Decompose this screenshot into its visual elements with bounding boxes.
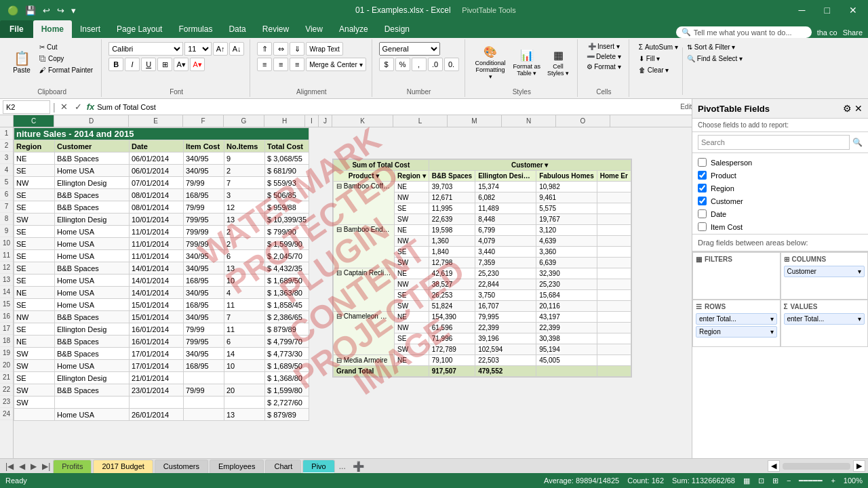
row-num-1[interactable]: 1 [0, 127, 13, 140]
tab-review[interactable]: Review [254, 20, 297, 38]
row-num-15[interactable]: 15 [0, 298, 13, 310]
region-col-header[interactable]: Region ▾ [395, 171, 429, 182]
pivot-field-customer[interactable]: Customer [698, 195, 863, 207]
delete-cells-btn[interactable]: ➖Delete ▾ [585, 52, 623, 61]
sheet-tab-chart[interactable]: Chart [265, 460, 301, 473]
tab-data[interactable]: Data [220, 20, 254, 38]
tab-home[interactable]: Home [33, 20, 72, 38]
merge-center-btn[interactable]: Merge & Center ▾ [306, 58, 366, 71]
col-header-l[interactable]: L [393, 115, 448, 127]
zoom-out-btn[interactable]: − [787, 476, 791, 485]
increase-font-btn[interactable]: A↑ [213, 42, 228, 56]
row-num-19[interactable]: 19 [0, 347, 13, 359]
row-num-16[interactable]: 16 [0, 310, 13, 323]
tab-pagelayout[interactable]: Page Layout [108, 20, 170, 38]
conditional-formatting-btn[interactable]: 🎨 ConditionalFormatting ▾ [472, 42, 509, 83]
row-num-18[interactable]: 18 [0, 335, 13, 347]
tab-view[interactable]: View [297, 20, 331, 38]
sheet-tab-pivo[interactable]: Pivo [302, 460, 334, 473]
cut-button[interactable]: ✂Cut [37, 42, 96, 52]
date-checkbox[interactable] [698, 209, 707, 218]
row-num-4[interactable]: 4 [0, 164, 13, 176]
zoom-slider[interactable]: ━━━━━ [799, 476, 823, 485]
font-name-select[interactable]: Calibri [108, 42, 183, 56]
pivot-columns-customer[interactable]: Customer ▾ [784, 266, 865, 277]
row-num-7[interactable]: 7 [0, 201, 13, 213]
percent-btn[interactable]: % [395, 58, 410, 71]
format-cells-btn[interactable]: ⚙Format ▾ [585, 62, 623, 71]
sheet-tab-employees[interactable]: Employees [210, 460, 264, 473]
redo-btn[interactable]: ↪ [55, 4, 66, 17]
align-bottom-btn[interactable]: ⇓ [290, 42, 304, 56]
row-num-6[interactable]: 6 [0, 188, 13, 201]
row-num-17[interactable]: 17 [0, 323, 13, 335]
dropdown-arrow-icon[interactable]: ▾ [770, 328, 774, 336]
title-cell[interactable]: niture Sales - 2014 and 2015 [14, 128, 309, 140]
decimal-up-btn[interactable]: .0 [428, 58, 443, 71]
row-num-2[interactable]: 2 [0, 140, 13, 152]
page-layout-btn[interactable]: ⊡ [758, 476, 764, 485]
col-header-c[interactable]: C [14, 115, 54, 127]
tab-formulas[interactable]: Formulas [170, 20, 220, 38]
fill-color-btn[interactable]: A▾ [174, 58, 189, 71]
col-header-n[interactable]: N [502, 115, 556, 127]
copy-button[interactable]: ⿻Copy [37, 54, 96, 64]
tab-analyze[interactable]: Analyze [331, 20, 376, 38]
region-checkbox[interactable] [698, 184, 707, 192]
row-num-21[interactable]: 21 [0, 371, 13, 384]
find-select-btn[interactable]: 🔍Find & Select ▾ [684, 54, 745, 64]
pivot-field-salesperson[interactable]: Salesperson [698, 156, 863, 169]
comma-btn[interactable]: , [412, 58, 427, 71]
product-checkbox[interactable] [698, 171, 707, 180]
confirm-formula-btn[interactable]: ✓ [73, 102, 84, 112]
align-middle-btn[interactable]: ⇔ [273, 42, 288, 56]
pivot-field-itemcost[interactable]: Item Cost [698, 220, 863, 233]
pivot-rows-item-2[interactable]: Region ▾ [696, 326, 777, 338]
sheet-tab-customers[interactable]: Customers [155, 460, 208, 473]
col-header-g[interactable]: G [224, 115, 264, 127]
col-header-h[interactable]: H [264, 115, 305, 127]
pivot-field-product[interactable]: Product [698, 169, 863, 182]
user-label[interactable]: tha co [817, 28, 837, 37]
minimize-btn[interactable]: ─ [793, 5, 811, 16]
dropdown-arrow-icon[interactable]: ▾ [858, 315, 861, 323]
row-num-20[interactable]: 20 [0, 359, 13, 371]
row-num-11[interactable]: 11 [0, 249, 13, 262]
autosum-btn[interactable]: ΣAutoSum ▾ [636, 42, 681, 52]
bold-btn[interactable]: B [108, 58, 123, 71]
font-size-select[interactable]: 11 [184, 42, 212, 56]
font-color-btn[interactable]: A▾ [190, 58, 205, 71]
tab-insert[interactable]: Insert [72, 20, 108, 38]
sheet-tab-profits[interactable]: Profits [53, 460, 92, 473]
sheet-tab-budget[interactable]: 2017 Budget [93, 460, 153, 473]
customer-checkbox[interactable] [698, 197, 707, 205]
pivot-field-region[interactable]: Region [698, 182, 863, 195]
cancel-formula-btn[interactable]: ✕ [58, 102, 70, 112]
paste-button[interactable]: 📋 Paste [8, 42, 35, 83]
row-num-9[interactable]: 9 [0, 225, 13, 237]
maximize-btn[interactable]: □ [819, 5, 835, 16]
itemcost-checkbox[interactable] [698, 222, 707, 231]
row-num-13[interactable]: 13 [0, 274, 13, 286]
col-header-k[interactable]: K [332, 115, 393, 127]
pivot-rows-item-1[interactable]: enter Total... ▾ [696, 313, 777, 325]
salesperson-checkbox[interactable] [698, 158, 707, 167]
close-btn[interactable]: ✕ [844, 5, 863, 16]
clear-btn[interactable]: 🗑Clear ▾ [636, 65, 681, 75]
row-num-10[interactable]: 10 [0, 237, 13, 249]
tab-design[interactable]: Design [376, 20, 418, 38]
col-header-o[interactable]: O [556, 115, 610, 127]
col-header-m[interactable]: M [448, 115, 502, 127]
cell-reference-box[interactable]: K2 [3, 100, 50, 114]
col-header-i[interactable]: I [305, 115, 319, 127]
tab-file[interactable]: File [0, 20, 33, 38]
zoom-in-btn[interactable]: + [831, 476, 835, 485]
decimal-down-btn[interactable]: 0. [444, 58, 459, 71]
underline-btn[interactable]: U [141, 58, 156, 71]
pivot-values-item-1[interactable]: enter Total... ▾ [784, 313, 865, 325]
share-btn[interactable]: Share [843, 28, 863, 37]
border-btn[interactable]: ⊞ [157, 58, 172, 71]
italic-btn[interactable]: I [125, 58, 140, 71]
page-break-btn[interactable]: ⊞ [772, 476, 778, 485]
col-header-d[interactable]: D [54, 115, 129, 127]
